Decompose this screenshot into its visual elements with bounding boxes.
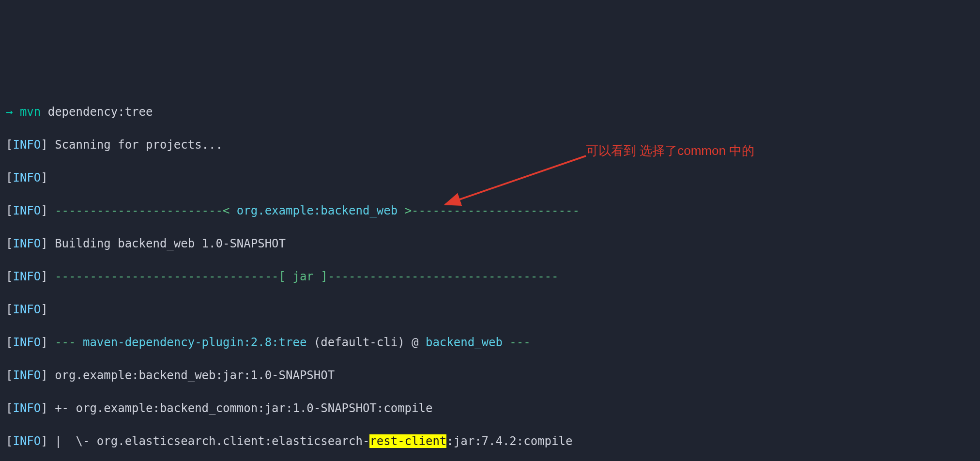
log-line: [INFO] org.example:backend_web:jar:1.0-S… [6, 367, 974, 384]
artifact-id: org.example:backend_web [237, 204, 398, 217]
info-level: INFO [13, 336, 41, 349]
dep-root: org.example:backend_web:jar:1.0-SNAPSHOT [55, 369, 335, 382]
plugin-target: backend_web [426, 336, 503, 349]
info-level: INFO [13, 303, 41, 316]
terminal-output[interactable]: → mvn dependency:tree [INFO] Scanning fo… [0, 82, 980, 461]
divider-post: >------------------------ [398, 204, 580, 217]
prompt-arrow-icon: → [6, 105, 13, 119]
log-line: [INFO] ------------------------< org.exa… [6, 202, 974, 219]
command-mvn: mvn [20, 105, 41, 119]
plugin-mid: (default-cli) @ [306, 336, 426, 349]
log-line: [INFO] [6, 169, 974, 186]
dep-es-pre: | \- org.elasticsearch.client:elasticsea… [55, 434, 369, 448]
log-scanning: Scanning for projects... [55, 138, 223, 152]
info-level: INFO [13, 270, 41, 283]
divider-pre: ------------------------< [55, 204, 237, 217]
dep-common: +- org.example:backend_common:jar:1.0-SN… [55, 401, 432, 415]
log-line: [INFO] | \- org.elasticsearch.client:ela… [6, 433, 974, 449]
command-line: → mvn dependency:tree [6, 104, 974, 120]
highlighted-rest-client: rest-client [369, 434, 446, 448]
info-level: INFO [13, 171, 41, 184]
info-level: INFO [13, 138, 41, 152]
info-level: INFO [13, 369, 41, 382]
log-line: [INFO] +- org.example:backend_common:jar… [6, 400, 974, 416]
command-args: dependency:tree [48, 105, 153, 119]
building-line: Building backend_web 1.0-SNAPSHOT [55, 237, 286, 250]
plugin-name: maven-dependency-plugin:2.8:tree [83, 336, 306, 349]
plugin-pre: --- [55, 336, 83, 349]
log-line: [INFO] Building backend_web 1.0-SNAPSHOT [6, 235, 974, 252]
plugin-post: --- [503, 336, 531, 349]
log-line: [INFO] Scanning for projects... [6, 137, 974, 153]
info-level: INFO [13, 237, 41, 250]
info-level: INFO [13, 401, 41, 415]
log-line: [INFO] --- maven-dependency-plugin:2.8:t… [6, 334, 974, 351]
jar-divider: --------------------------------[ jar ]-… [55, 270, 558, 283]
log-line: [INFO] [6, 301, 974, 318]
info-level: INFO [13, 434, 41, 448]
info-level: INFO [13, 204, 41, 217]
log-line: [INFO] --------------------------------[… [6, 268, 974, 285]
dep-es-post: :jar:7.4.2:compile [446, 434, 572, 448]
